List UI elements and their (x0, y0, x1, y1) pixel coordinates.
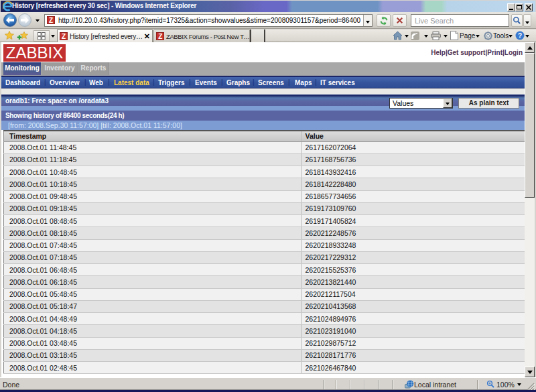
svg-text:?: ? (518, 32, 522, 40)
